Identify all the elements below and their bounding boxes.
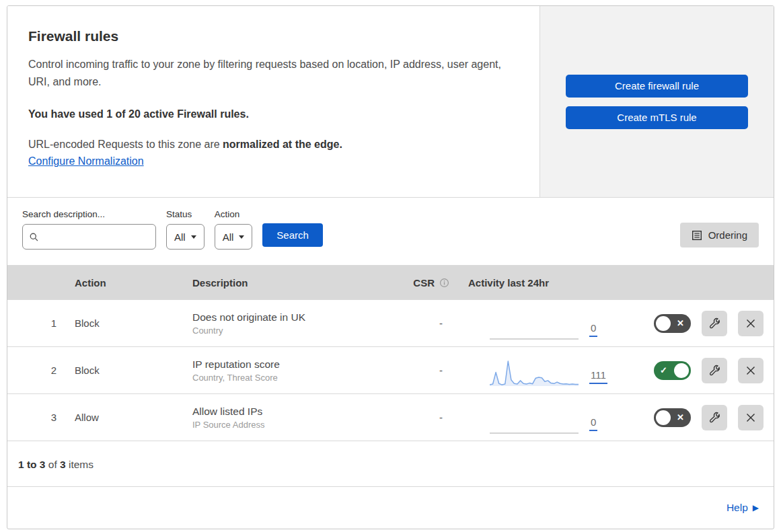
rule-action: Block <box>65 365 179 376</box>
delete-rule-button[interactable] <box>738 358 764 383</box>
wrench-icon <box>708 317 721 330</box>
column-action-header: Action <box>65 277 179 289</box>
toggle-knob <box>656 316 671 331</box>
search-group: Search description... <box>22 209 156 250</box>
rule-csr: - <box>380 412 451 423</box>
rule-activity-cell: 111 <box>451 347 619 393</box>
x-icon: ✕ <box>677 413 684 422</box>
table-row: 3 Allow Allow listed IPs IP Source Addre… <box>7 394 774 441</box>
pagination-total: 3 <box>60 459 66 470</box>
header-section: Firewall rules Control incoming traffic … <box>7 6 774 198</box>
rule-priority: 1 <box>7 317 65 329</box>
create-firewall-rule-button[interactable]: Create firewall rule <box>566 75 748 98</box>
rule-csr: - <box>380 317 451 329</box>
actions-panel: Create firewall rule Create mTLS rule <box>540 6 774 197</box>
delete-rule-button[interactable] <box>738 311 764 336</box>
action-label: Action <box>215 209 253 219</box>
rule-priority: 3 <box>7 412 65 423</box>
create-mtls-rule-button[interactable]: Create mTLS rule <box>566 106 748 129</box>
rule-activity-cell: 0 <box>451 300 619 346</box>
normalization-notice: URL-encoded Requests to this zone are no… <box>28 139 513 151</box>
action-filter-group: Action All <box>215 209 253 250</box>
rule-enable-toggle[interactable]: ✓ ✕ <box>654 408 691 427</box>
page-title: Firewall rules <box>28 28 513 44</box>
pagination-of: of <box>48 459 57 470</box>
search-input[interactable] <box>43 231 149 243</box>
activity-count-link[interactable]: 111 <box>589 369 607 384</box>
x-icon: ✕ <box>677 319 684 328</box>
toggle-knob <box>656 410 671 425</box>
list-icon <box>692 230 702 241</box>
rule-fields: IP Source Address <box>192 420 380 430</box>
help-link[interactable]: Help ▶ <box>727 502 759 514</box>
action-dropdown-value: All <box>223 231 234 243</box>
rule-description: IP reputation score <box>192 358 380 371</box>
table-row: 2 Block IP reputation score Country, Thr… <box>7 347 774 394</box>
rule-description: Does not originate in UK <box>192 311 380 324</box>
search-button[interactable]: Search <box>262 223 323 247</box>
rule-fields: Country, Threat Score <box>192 373 380 383</box>
activity-count-link[interactable]: 0 <box>589 416 597 431</box>
close-icon <box>745 412 756 423</box>
column-csr-label: CSR <box>413 277 435 289</box>
pagination-items-label: items <box>69 459 94 470</box>
info-icon[interactable] <box>439 278 449 288</box>
search-label: Search description... <box>22 209 156 219</box>
column-csr-header: CSR <box>380 277 451 289</box>
rule-controls: ✓ ✕ <box>619 311 774 336</box>
help-link-label: Help <box>727 502 748 514</box>
check-icon: ✓ <box>660 366 667 375</box>
page-description: Control incoming traffic to your zone by… <box>28 56 513 90</box>
table-row: 1 Block Does not originate in UK Country… <box>7 300 774 347</box>
status-label: Status <box>166 209 204 219</box>
status-dropdown-value: All <box>174 231 186 243</box>
edit-rule-button[interactable] <box>702 311 727 336</box>
delete-rule-button[interactable] <box>738 405 764 430</box>
rule-csr: - <box>380 365 451 376</box>
wrench-icon <box>708 411 721 424</box>
normalization-bold: normalized at the edge. <box>223 139 342 150</box>
firewall-rules-card: Firewall rules Control incoming traffic … <box>7 5 774 529</box>
ordering-button[interactable]: Ordering <box>680 223 759 248</box>
configure-normalization-link[interactable]: Configure Normalization <box>28 155 144 167</box>
header-text-block: Firewall rules Control incoming traffic … <box>7 6 540 197</box>
chevron-down-icon <box>191 235 196 239</box>
rule-priority: 2 <box>7 365 65 376</box>
rule-enable-toggle[interactable]: ✓ ✕ <box>654 361 691 380</box>
edit-rule-button[interactable] <box>702 405 727 430</box>
help-bar: Help ▶ <box>7 487 774 529</box>
rule-description: Allow listed IPs <box>192 406 380 418</box>
status-dropdown[interactable]: All <box>166 224 204 250</box>
status-filter-group: Status All <box>166 209 204 250</box>
pagination-summary: 1 to 3 of 3 items <box>7 441 774 487</box>
column-description-header: Description <box>179 277 380 289</box>
rule-fields: Country <box>192 326 380 336</box>
activity-sparkline <box>490 310 579 341</box>
activity-sparkline <box>490 357 579 388</box>
rule-action: Block <box>65 317 179 329</box>
rule-description-cell: Does not originate in UK Country <box>179 311 380 336</box>
normalization-text: URL-encoded Requests to this zone are <box>28 139 223 150</box>
rule-activity-cell: 0 <box>451 394 619 441</box>
filter-bar: Search description... Status All Action … <box>7 198 774 265</box>
rule-description-cell: IP reputation score Country, Threat Scor… <box>179 358 380 383</box>
toggle-knob <box>674 363 689 378</box>
pagination-range: 1 to 3 <box>18 459 45 470</box>
action-dropdown[interactable]: All <box>215 224 253 250</box>
search-box[interactable] <box>22 224 156 250</box>
table-header: Action Description CSR Activity last 24h… <box>7 265 774 300</box>
search-icon <box>29 232 39 242</box>
rule-enable-toggle[interactable]: ✓ ✕ <box>654 314 691 333</box>
edit-rule-button[interactable] <box>702 358 727 383</box>
arrow-right-icon: ▶ <box>753 503 759 512</box>
ordering-button-label: Ordering <box>708 229 747 241</box>
column-activity-header: Activity last 24hr <box>451 277 619 289</box>
activity-sparkline <box>490 404 579 435</box>
activity-count-link[interactable]: 0 <box>589 322 597 337</box>
usage-notice: You have used 1 of 20 active Firewall ru… <box>28 108 513 120</box>
wrench-icon <box>708 364 721 377</box>
close-icon <box>745 318 756 329</box>
rule-controls: ✓ ✕ <box>619 405 774 430</box>
rule-description-cell: Allow listed IPs IP Source Address <box>179 406 380 430</box>
close-icon <box>745 365 756 376</box>
